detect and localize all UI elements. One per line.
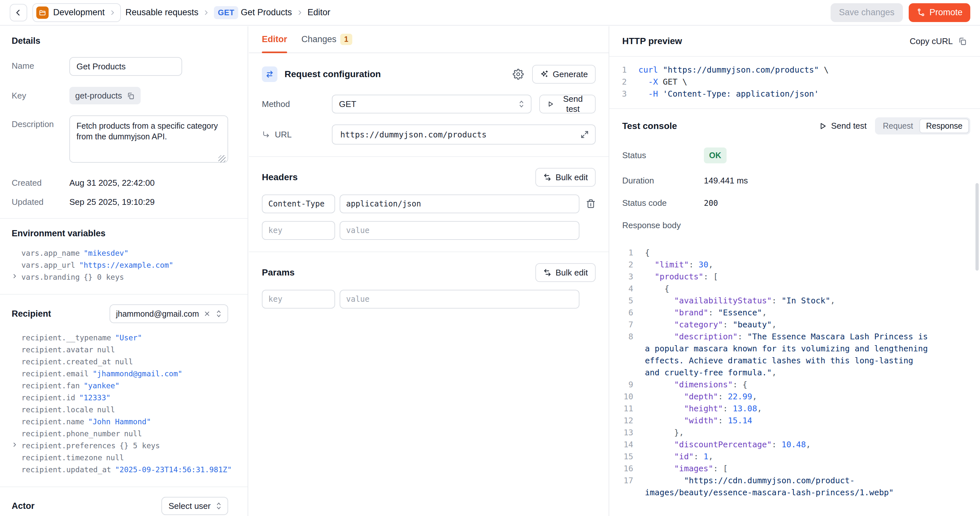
console-send-test-button[interactable]: Send test [819,121,867,131]
chevron-right-icon[interactable] [12,273,18,279]
param-value-input[interactable] [340,290,579,309]
tab-editor[interactable]: Editor [262,26,287,53]
code-content: "availabilityStatus": "In Stock", [645,295,929,307]
gear-icon[interactable] [513,69,524,80]
breadcrumb-reusable-requests[interactable]: Reusable requests [126,8,198,18]
curl-preview-code: 1 curl "https://dummyjson.com/products" … [609,57,980,108]
recipient-property-row: recipient.locale null [12,403,228,416]
environment-switcher[interactable]: Development [32,3,121,22]
send-test-button[interactable]: Send test [539,95,596,113]
delete-header-button[interactable] [586,199,596,209]
toggle-request[interactable]: Request [876,119,920,133]
property-name: recipient.name [21,417,84,426]
code-content: "limit": 30, [645,259,929,271]
recipient-property-row: recipient.phone_number null [12,427,228,440]
code-content: -X GET \ [638,76,687,88]
back-button[interactable] [10,4,27,21]
code-line: 15 "id": 1, [609,451,980,462]
copy-icon[interactable] [127,92,135,100]
status-row: Status OK [609,148,980,163]
chevron-up-down-icon [215,309,222,318]
promote-button[interactable]: Promote [909,3,970,22]
param-empty-row [262,290,596,309]
recipient-select[interactable]: jhammond@gmail.com [110,304,228,323]
recipient-property-row: recipient.fan "yankee" [12,379,228,392]
header-key-input[interactable] [262,194,335,213]
recipient-property-row: recipient.id "12333" [12,392,228,403]
line-number: 8 [609,331,645,379]
params-heading: Params [262,268,294,278]
code-line: 9 "dimensions": { [609,379,980,390]
clear-icon[interactable] [204,310,211,317]
code-line: 11 "height": 13.08, [609,403,980,414]
response-body-code: 1 { 2 "limit": 30, 3 "products": [ 4 { 5 [609,239,980,498]
request-configuration-title: Request configuration [285,69,381,80]
play-icon [819,122,827,130]
editor-tabs: Editor Changes 1 [249,26,609,53]
variable-row: vars.app_name "mikesdev" [12,247,228,259]
code-line: 12 "width": 15.14 [609,414,980,427]
url-input[interactable] [340,130,580,139]
headers-heading: Headers [262,172,298,183]
property-value: null [115,357,133,366]
code-content: "height": 13.08, [645,403,929,414]
tab-changes-label: Changes [301,34,336,45]
actor-select[interactable]: Select user [161,497,228,515]
headers-bulk-edit-button[interactable]: Bulk edit [535,168,596,187]
code-line: 3 -H 'Content-Type: application/json' [609,88,980,100]
header-key-input-empty[interactable] [262,221,335,240]
scrollbar-thumb[interactable] [975,183,979,271]
trash-icon [586,199,596,209]
generate-button[interactable]: Generate [532,65,596,84]
environment-variables-section: Environment variables vars.app_name "mik… [12,219,228,294]
generate-label: Generate [553,69,588,80]
changes-count-badge: 1 [340,34,352,45]
variable-name: vars.branding [21,273,80,281]
recipient-property-row: recipient.preferences {} 5 keys [12,440,228,451]
response-body-row: Response body [609,220,980,231]
copy-curl-button[interactable]: Copy cURL [910,36,967,46]
actor-heading: Actor [12,501,35,511]
line-number: 13 [609,427,645,438]
property-value: null [124,430,142,438]
header-value-input[interactable] [340,194,579,213]
breadcrumb-request-name[interactable]: Get Products [241,8,292,18]
header-value-input-empty[interactable] [340,221,579,240]
expand-icon[interactable] [580,130,589,139]
toggle-response[interactable]: Response [920,119,969,133]
name-input[interactable] [69,57,182,76]
status-code-value: 200 [704,199,718,208]
line-number: 9 [609,379,645,390]
method-select[interactable]: GET [332,95,531,113]
copy-curl-label: Copy cURL [910,36,953,46]
param-key-input[interactable] [262,290,335,309]
recipient-heading: Recipient [12,309,51,319]
recipient-section: Recipient jhammond@gmail.com recipient._… [12,295,228,486]
params-section-head: Params Bulk edit [262,263,596,282]
description-textarea[interactable]: Fetch products from a specific category … [69,115,228,163]
promote-label: Promote [929,8,963,18]
line-number: 1 [609,247,645,259]
line-number: 2 [609,76,638,88]
recipient-selected-value: jhammond@gmail.com [116,309,199,319]
tab-changes[interactable]: Changes 1 [301,26,352,53]
params-bulk-edit-button[interactable]: Bulk edit [535,263,596,282]
code-content: "dimensions": { [645,379,929,390]
code-line: 7 "category": "beauty", [609,319,980,331]
headers-section-head: Headers Bulk edit [262,168,596,187]
method-row: Method GET Send test [262,95,596,113]
breadcrumb-editor[interactable]: Editor [307,8,331,18]
test-console-header: Test console Send test Request Response [609,109,980,143]
environment-variables-list: vars.app_name "mikesdev" vars.app_url "h… [12,247,228,283]
environment-name: Development [53,8,105,18]
resize-handle[interactable] [218,155,226,162]
property-value: "12333" [79,393,110,402]
chevron-right-icon[interactable] [12,442,18,448]
code-line: 1 { [609,247,980,259]
code-content: "brand": "Essence", [645,307,929,319]
method-label: Method [262,99,332,109]
line-number: 1 [609,64,638,76]
recipient-property-row: recipient.name "John Hammond" [12,416,228,427]
property-name: recipient.created_at [21,357,111,366]
save-changes-button[interactable]: Save changes [830,3,903,22]
